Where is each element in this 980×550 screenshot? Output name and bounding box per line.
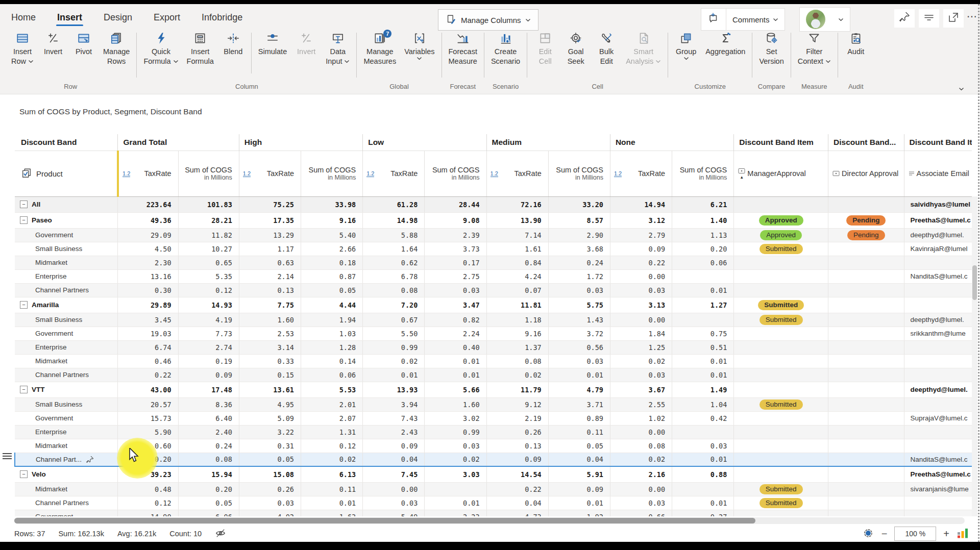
director-approval-cell[interactable] (828, 269, 904, 283)
email-cell[interactable] (904, 256, 972, 269)
value-cell[interactable]: 1.31 (301, 425, 362, 439)
table-row[interactable]: Channel Partners0.120.050.030.010.030.01… (15, 496, 972, 510)
settings-gear-icon[interactable] (862, 527, 874, 541)
value-cell[interactable]: 3.68 (548, 242, 610, 256)
value-cell[interactable]: 28.21 (178, 212, 239, 228)
value-cell[interactable]: 1.40 (672, 212, 734, 228)
value-cell[interactable]: 7.14 (486, 228, 548, 242)
vertical-scrollbar-thumb[interactable] (972, 265, 977, 300)
value-cell[interactable]: 6.06 (178, 510, 239, 516)
director-approval-header[interactable]: Director Approval (828, 151, 904, 196)
bulk-edit-button[interactable]: BulkEdit (591, 30, 622, 66)
managerapproval-header[interactable]: ▲ManagerApproval (734, 151, 828, 196)
column-group-header[interactable]: Grand Total (118, 134, 239, 151)
row-header-cell[interactable]: −All (15, 196, 118, 212)
tab-infobridge[interactable]: Infobridge (201, 7, 243, 27)
value-cell[interactable]: 0.05 (239, 453, 301, 466)
value-cell[interactable]: 0.01 (672, 496, 734, 510)
value-cell[interactable]: 1.02 (610, 411, 672, 425)
value-cell[interactable]: 7.43 (363, 411, 425, 425)
collapse-ribbon-button[interactable] (959, 84, 964, 93)
row-header-cell[interactable]: Government (15, 327, 118, 340)
value-cell[interactable]: 0.08 (610, 439, 672, 453)
director-approval-cell[interactable] (828, 439, 904, 453)
value-cell[interactable]: 0.03 (548, 283, 610, 297)
tab-export[interactable]: Export (153, 7, 181, 27)
manager-approval-cell[interactable]: Submitted (734, 482, 828, 496)
value-cell[interactable]: 13.61 (239, 382, 301, 397)
value-cell[interactable]: 0.89 (548, 411, 610, 425)
value-cell[interactable]: 0.12 (301, 439, 362, 453)
director-approval-cell[interactable] (828, 411, 904, 425)
taxrate-header[interactable]: 1.2TaxRate (363, 151, 425, 196)
value-cell[interactable]: 0.04 (486, 496, 548, 510)
value-cell[interactable]: 0.18 (301, 256, 362, 269)
value-cell[interactable]: 0.09 (178, 368, 239, 382)
value-cell[interactable]: 2.55 (610, 397, 672, 411)
email-cell[interactable]: PreethaS@lumel.c (904, 212, 972, 228)
collapse-icon[interactable]: − (20, 201, 28, 208)
row-header-cell[interactable]: −Paseo (15, 212, 118, 228)
value-cell[interactable]: 3.71 (548, 397, 610, 411)
column-group-header[interactable]: None (610, 134, 733, 151)
value-cell[interactable]: 5.88 (363, 228, 425, 242)
value-cell[interactable]: 0.06 (672, 256, 734, 269)
value-cell[interactable]: 0.46 (118, 354, 178, 368)
set-version-button[interactable]: SetVersion (755, 30, 788, 66)
value-cell[interactable]: 0.06 (301, 368, 362, 382)
table-row[interactable]: Channel Partners0.300.120.130.050.080.03… (15, 283, 972, 297)
value-cell[interactable]: 11.82 (178, 228, 239, 242)
director-approval-cell[interactable]: Pending (828, 212, 904, 228)
value-cell[interactable]: 2.79 (610, 228, 672, 242)
value-cell[interactable]: 0.26 (486, 425, 548, 439)
tab-insert[interactable]: Insert (56, 7, 83, 27)
value-cell[interactable]: 1.03 (301, 327, 362, 340)
manager-approval-cell[interactable] (734, 453, 828, 466)
eye-off-icon[interactable] (215, 528, 226, 540)
value-cell[interactable]: 4.24 (486, 269, 548, 283)
number-format-icon[interactable]: 1.2 (614, 170, 622, 177)
manager-approval-cell[interactable] (734, 439, 828, 453)
data-input-button[interactable]: DataInput (322, 30, 354, 66)
taxrate-header[interactable]: 1.2TaxRate (239, 151, 301, 196)
cogs-header[interactable]: Sum of COGSin Millions (301, 151, 362, 196)
value-cell[interactable]: 0.01 (363, 368, 425, 382)
value-cell[interactable]: 0.02 (425, 453, 486, 466)
add-comment-button[interactable] (701, 9, 726, 30)
value-cell[interactable]: 2.90 (548, 228, 610, 242)
manager-approval-cell[interactable] (734, 283, 828, 297)
pivot-button[interactable]: Pivot (68, 30, 99, 57)
value-cell[interactable]: 7.73 (178, 327, 239, 340)
value-cell[interactable]: 0.01 (672, 368, 734, 382)
row-header-cell[interactable]: −VTT (15, 382, 118, 397)
value-cell[interactable]: 0.02 (610, 354, 672, 368)
director-approval-cell[interactable] (828, 313, 904, 327)
value-cell[interactable] (425, 482, 486, 496)
value-cell[interactable]: 2.39 (425, 228, 486, 242)
number-format-icon[interactable]: 1.2 (122, 170, 130, 177)
row-header-cell[interactable]: Government (15, 411, 118, 425)
value-cell[interactable]: 0.03 (425, 283, 486, 297)
row-header-cell[interactable]: −Velo (15, 466, 118, 482)
value-cell[interactable]: 0.14 (301, 354, 362, 368)
value-cell[interactable]: 5.53 (301, 382, 362, 397)
product-header[interactable]: Product (15, 151, 118, 196)
table-row[interactable]: Small Business4.5010.271.172.661.643.731… (15, 242, 972, 256)
row-header-cell[interactable]: −Amarilla (15, 297, 118, 313)
value-cell[interactable]: 29.89 (118, 297, 178, 313)
table-row[interactable]: Midmarket2.300.650.630.180.620.170.840.2… (15, 256, 972, 269)
email-cell[interactable] (904, 397, 972, 411)
value-cell[interactable]: 0.22 (610, 256, 672, 269)
insert-row-button[interactable]: InsertRow (7, 30, 38, 66)
value-cell[interactable]: 0.62 (363, 256, 425, 269)
taxrate-header[interactable]: 1.2TaxRate (486, 151, 548, 196)
row-header-cell[interactable]: Small Business (15, 397, 118, 411)
value-cell[interactable]: 5.35 (178, 269, 239, 283)
value-cell[interactable]: 6.78 (363, 269, 425, 283)
value-cell[interactable]: 19.03 (118, 327, 178, 340)
value-cell[interactable]: 1.18 (486, 313, 548, 327)
value-cell[interactable]: 0.12 (178, 283, 239, 297)
manager-approval-cell[interactable] (734, 327, 828, 340)
value-cell[interactable]: 0.00 (610, 269, 672, 283)
value-cell[interactable]: 4.44 (301, 297, 362, 313)
